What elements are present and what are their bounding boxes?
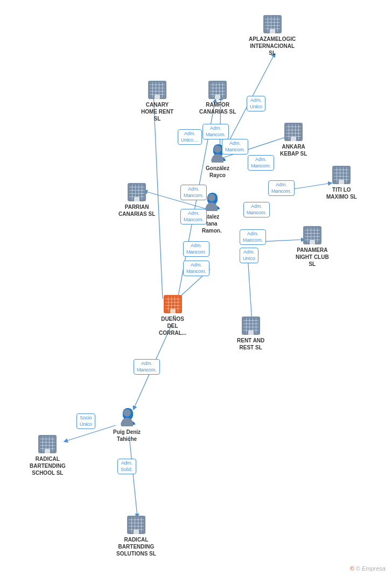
badge-adm-mancom-9[interactable]: Adm.Mancom. [183,261,209,276]
company-ramfor-canarias[interactable]: ⊞ RAMFOR CANARIAS SL [199,81,236,115]
company-label: RENT AND REST SL [237,337,264,351]
badge-socio-unico[interactable]: SocioÚnico [76,413,95,429]
building-icon: ⊞ [38,435,57,453]
company-radical-solutions[interactable]: ⊞ RADICAL BARTENDING SOLUTIONS SL [116,516,156,557]
building-icon: ⊞ [332,166,351,184]
company-label: RADICAL BARTENDING SOLUTIONS SL [116,536,156,557]
svg-line-11 [129,436,137,517]
company-ankara-kebap[interactable]: ⊞ ANKARA KEBAP SL [280,123,307,157]
building-icon: ⊞ [263,15,282,33]
building-icon: ⊞ [284,123,303,141]
building-icon: ⊞ [128,183,146,201]
badge-adm-mancom-3[interactable]: Adm.Mancom. [248,155,274,171]
building-icon: ⊞ [242,317,260,335]
company-radical-school[interactable]: ⊞ RADICAL BARTENDING SCHOOL SL [30,435,66,476]
badge-adm-mancom-7[interactable]: Adm.Mancom. [243,202,270,217]
badge-adm-mancom-10[interactable]: Adm.Mancom. [240,229,266,245]
badge-adm-mancom-1[interactable]: Adm.Mancom. [202,124,229,139]
company-label: RAMFOR CANARIAS SL [199,101,236,115]
badge-adm-unico-2[interactable]: Adm.Unico.... [178,129,202,145]
badge-adm-mancom-8[interactable]: Adm.Mancom. [183,241,209,257]
building-icon: ⊞ [127,516,145,534]
badge-adm-unico-3[interactable]: Adm.Unico [240,248,258,263]
company-titi-lo-maximo[interactable]: ⊞ TITI LO MAXIMO SL [326,166,357,200]
company-label: TITI LO MAXIMO SL [326,186,357,200]
company-rent-and-rest[interactable]: ⊞ RENT AND REST SL [237,317,264,351]
building-icon-orange: ⊞ [164,295,182,313]
company-canary-home-rent[interactable]: ⊞ CANARY HOME RENT SL [141,81,173,122]
person-label: Puig DenizTahiche [113,429,141,442]
company-duenos-del-corral[interactable]: ⊞ DUEÑOS DEL CORRAL... [159,295,186,336]
company-parrian-canarias[interactable]: ⊞ PARRIAN CANARIAS SL [118,183,155,217]
building-icon: ⊞ [303,226,321,244]
building-icon: ⊞ [208,81,227,99]
company-label: PARRIAN CANARIAS SL [118,203,155,217]
company-panamera[interactable]: ⊞ PANAMERA NIGHT CLUB SL [296,226,329,268]
company-aplazamelogic[interactable]: ⊞ APLAZAMELOGIC INTERNACIONAL SL [249,15,296,57]
watermark: © © Empresa [350,565,386,572]
connection-lines [0,0,392,576]
svg-line-7 [248,256,252,323]
company-label: DUEÑOS DEL CORRAL... [159,315,186,336]
person-puig-deniz[interactable]: 👤 Puig DenizTahiche [113,409,141,442]
building-icon: ⊞ [148,81,166,99]
badge-adm-mancom-6[interactable]: Adm.Mancom. [180,209,207,224]
badge-adm-unico-1[interactable]: Adm.Unico [247,96,265,111]
company-label: ANKARA KEBAP SL [280,143,307,157]
copyright-symbol: © [350,565,354,572]
badge-adm-mancom-5[interactable]: Adm.Mancom. [180,185,207,200]
company-label: PANAMERA NIGHT CLUB SL [296,247,329,268]
person-icon: 👤 [118,409,136,426]
badge-adm-mancom-11[interactable]: Adm.Mancom. [134,359,160,375]
badge-adm-solid[interactable]: Adm.Solid. [117,459,136,474]
badge-adm-mancom-2[interactable]: Adm.Mancom. [222,139,248,154]
person-label: GonzálezRayco [206,165,229,179]
company-label: RADICAL BARTENDING SCHOOL SL [30,455,66,476]
company-label: APLAZAMELOGIC INTERNACIONAL SL [249,36,296,57]
diagram-canvas: ⊞ APLAZAMELOGIC INTERNACIONAL SL ⊞ CANAR… [0,0,392,576]
badge-adm-mancom-4[interactable]: Adm.Mancom. [268,180,295,196]
watermark-text: © Empresa [356,565,386,572]
company-label: CANARY HOME RENT SL [141,101,173,122]
